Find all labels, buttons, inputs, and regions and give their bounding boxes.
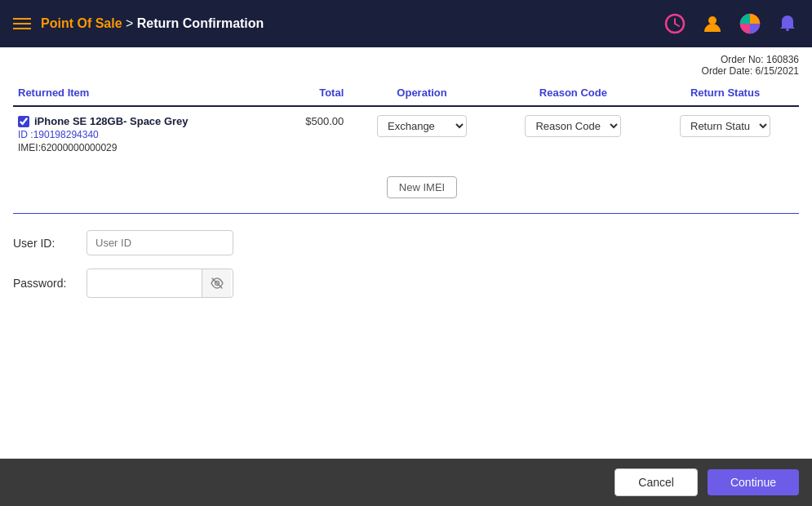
svg-rect-5 [786, 29, 789, 31]
new-imei-cell: New IMEI [348, 162, 495, 206]
reason-code-select[interactable]: Reason Code Defective Damaged Wrong Item [525, 115, 621, 137]
hamburger-menu[interactable] [13, 18, 31, 29]
order-date: 6/15/2021 [756, 65, 799, 77]
item-name-cell: iPhone SE 128GB- Space Grey [18, 115, 273, 127]
password-toggle-button[interactable] [202, 269, 231, 297]
order-no: 160836 [766, 54, 799, 65]
item-imei: IMEI:62000000000029 [18, 142, 273, 153]
password-input[interactable] [87, 272, 202, 295]
return-table: Returned Item Total Operation Reason Cod… [13, 80, 799, 206]
order-info: Order No: 160836 Order Date: 6/15/2021 [0, 47, 812, 80]
app-footer: Cancel Continue [0, 459, 812, 506]
auth-form: User ID: Password: [0, 227, 812, 314]
new-imei-button[interactable]: New IMEI [387, 176, 457, 198]
order-date-label: Order Date: [702, 65, 753, 77]
svg-line-2 [675, 24, 679, 26]
chart-icon[interactable] [739, 12, 761, 35]
new-imei-row: New IMEI [13, 162, 799, 206]
item-name: iPhone SE 128GB- Space Grey [34, 115, 189, 127]
nav-title: Point Of Sale > Return Confirmation [41, 16, 264, 31]
clock-icon[interactable] [663, 12, 686, 35]
order-no-label: Order No: [721, 54, 764, 65]
section-divider [13, 213, 799, 214]
password-label: Password: [13, 277, 87, 290]
header-left: Point Of Sale > Return Confirmation [13, 16, 264, 31]
app-name: Point Of Sale [41, 16, 122, 30]
app-header: Point Of Sale > Return Confirmation [0, 0, 812, 47]
return-table-container: Returned Item Total Operation Reason Cod… [0, 80, 812, 206]
bell-icon[interactable] [776, 12, 799, 35]
nav-separator: > [122, 16, 137, 30]
operation-cell: Exchange Return Repair [348, 106, 495, 162]
item-checkbox[interactable] [18, 116, 29, 127]
cancel-button[interactable]: Cancel [615, 468, 698, 496]
item-total: $500.00 [278, 106, 349, 162]
continue-button[interactable]: Continue [708, 469, 799, 495]
col-return-status: Return Status [651, 80, 799, 106]
user-id-label: User ID: [13, 237, 87, 250]
user-id-row: User ID: [13, 230, 799, 255]
col-operation: Operation [348, 80, 495, 106]
password-wrapper [87, 269, 233, 298]
header-icons [663, 12, 799, 35]
main-content: Order No: 160836 Order Date: 6/15/2021 R… [0, 47, 812, 459]
return-status-select[interactable]: Return Statu Pending Approved Rejected [680, 115, 770, 137]
return-status-cell: Return Statu Pending Approved Rejected [651, 106, 799, 162]
page-title: Return Confirmation [137, 16, 264, 30]
user-id-input[interactable] [87, 230, 233, 255]
col-returned-item: Returned Item [13, 80, 278, 106]
col-total: Total [278, 80, 349, 106]
svg-point-3 [708, 16, 717, 24]
item-id: ID :190198294340 [18, 129, 273, 140]
person-icon[interactable] [701, 12, 724, 35]
password-row: Password: [13, 269, 799, 298]
table-row: iPhone SE 128GB- Space Grey ID :19019829… [13, 106, 799, 162]
operation-select[interactable]: Exchange Return Repair [377, 115, 467, 137]
reason-code-cell: Reason Code Defective Damaged Wrong Item [495, 106, 651, 162]
col-reason-code: Reason Code [495, 80, 651, 106]
